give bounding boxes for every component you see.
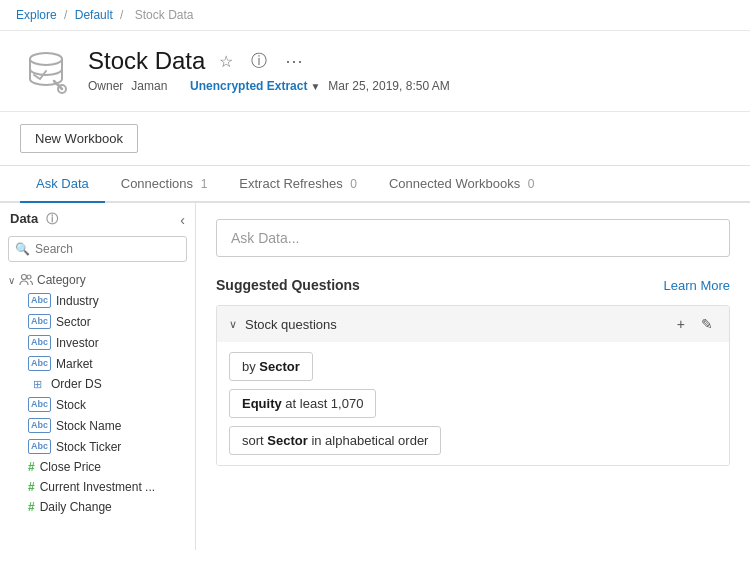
field-stock-name[interactable]: Abc Stock Name bbox=[0, 415, 195, 436]
field-market[interactable]: Abc Market bbox=[0, 353, 195, 374]
field-current-investment[interactable]: # Current Investment ... bbox=[0, 477, 195, 497]
field-name-industry: Industry bbox=[56, 294, 99, 308]
field-name-order-ds: Order DS bbox=[51, 377, 102, 391]
field-name-investor: Investor bbox=[56, 336, 99, 350]
abc-type-icon: Abc bbox=[28, 335, 51, 350]
abc-type-icon: Abc bbox=[28, 418, 51, 433]
accordion-body: by Sector Equity at least 1,070 sort Sec… bbox=[217, 342, 729, 465]
ask-data-input[interactable]: Ask Data... bbox=[216, 219, 730, 257]
abc-type-icon: Abc bbox=[28, 356, 51, 371]
accordion-chevron-icon: ∨ bbox=[229, 318, 237, 331]
stock-questions-accordion: ∨ Stock questions + ✎ by Sector Equity a… bbox=[216, 305, 730, 466]
extract-link[interactable]: Unencrypted Extract ▼ bbox=[190, 79, 320, 93]
category-chevron-icon: ∨ bbox=[8, 275, 15, 286]
field-name-market: Market bbox=[56, 357, 93, 371]
field-name-stock-name: Stock Name bbox=[56, 419, 121, 433]
breadcrumb-sep2: / bbox=[120, 8, 123, 22]
hash-type-icon: # bbox=[28, 480, 35, 494]
star-button[interactable]: ☆ bbox=[215, 50, 237, 73]
field-investor[interactable]: Abc Investor bbox=[0, 332, 195, 353]
suggested-questions-title: Suggested Questions bbox=[216, 277, 360, 293]
header-text-area: Stock Data ☆ ⓘ ··· Owner Jaman Unencrypt… bbox=[88, 47, 730, 93]
owner-label: Owner bbox=[88, 79, 123, 93]
suggested-questions-header: Suggested Questions Learn More bbox=[216, 277, 730, 293]
field-name-stock-ticker: Stock Ticker bbox=[56, 440, 121, 454]
abc-type-icon: Abc bbox=[28, 293, 51, 308]
field-sector[interactable]: Abc Sector bbox=[0, 311, 195, 332]
tab-connected-workbooks[interactable]: Connected Workbooks 0 bbox=[373, 166, 551, 203]
hash-type-icon: # bbox=[28, 460, 35, 474]
learn-more-link[interactable]: Learn More bbox=[664, 278, 730, 293]
collapse-panel-button[interactable]: ‹ bbox=[180, 212, 185, 228]
extract-refreshes-badge: 0 bbox=[350, 177, 357, 191]
field-daily-change[interactable]: # Daily Change bbox=[0, 497, 195, 517]
question-chip-by-sector[interactable]: by Sector bbox=[229, 352, 313, 381]
field-industry[interactable]: Abc Industry bbox=[0, 290, 195, 311]
new-workbook-area: New Workbook bbox=[0, 112, 750, 166]
breadcrumb-sep1: / bbox=[64, 8, 67, 22]
field-name-sector: Sector bbox=[56, 315, 91, 329]
connections-badge: 1 bbox=[201, 177, 208, 191]
tab-bar: Ask Data Connections 1 Extract Refreshes… bbox=[0, 166, 750, 203]
extract-arrow-icon: ▼ bbox=[310, 81, 320, 92]
ask-data-placeholder: Ask Data... bbox=[231, 230, 299, 246]
field-stock[interactable]: Abc Stock bbox=[0, 394, 195, 415]
owner-name: Jaman bbox=[131, 79, 167, 93]
right-panel: Ask Data... Suggested Questions Learn Mo… bbox=[196, 203, 750, 550]
left-panel-title-area: Data ⓘ bbox=[10, 211, 58, 228]
search-box: 🔍 bbox=[8, 236, 187, 262]
page-title: Stock Data bbox=[88, 47, 205, 75]
header-title-row: Stock Data ☆ ⓘ ··· bbox=[88, 47, 730, 75]
main-content: Data ⓘ ‹ 🔍 ∨ Category Abc bbox=[0, 203, 750, 550]
connected-workbooks-badge: 0 bbox=[528, 177, 535, 191]
category-label: Category bbox=[37, 273, 86, 287]
accordion-edit-button[interactable]: ✎ bbox=[697, 314, 717, 334]
header-date: Mar 25, 2019, 8:50 AM bbox=[328, 79, 449, 93]
breadcrumb: Explore / Default / Stock Data bbox=[0, 0, 750, 31]
abc-type-icon: Abc bbox=[28, 314, 51, 329]
new-workbook-button[interactable]: New Workbook bbox=[20, 124, 138, 153]
people-icon bbox=[19, 273, 33, 287]
more-button[interactable]: ··· bbox=[281, 49, 307, 74]
field-order-ds[interactable]: ⊞ Order DS bbox=[0, 374, 195, 394]
field-name-daily-change: Daily Change bbox=[40, 500, 112, 514]
page-header: Stock Data ☆ ⓘ ··· Owner Jaman Unencrypt… bbox=[0, 31, 750, 112]
svg-point-3 bbox=[22, 275, 27, 280]
search-icon: 🔍 bbox=[15, 242, 30, 256]
tab-connections[interactable]: Connections 1 bbox=[105, 166, 224, 203]
accordion-actions: + ✎ bbox=[673, 314, 717, 334]
field-list: ∨ Category Abc Industry Abc Sector Abc bbox=[0, 268, 195, 550]
abc-type-icon: Abc bbox=[28, 397, 51, 412]
question-chip-equity[interactable]: Equity at least 1,070 bbox=[229, 389, 376, 418]
abc-type-icon: Abc bbox=[28, 439, 51, 454]
accordion-add-button[interactable]: + bbox=[673, 314, 689, 334]
header-meta: Owner Jaman Unencrypted Extract ▼ Mar 25… bbox=[88, 79, 730, 93]
svg-point-0 bbox=[30, 53, 62, 65]
breadcrumb-explore[interactable]: Explore bbox=[16, 8, 57, 22]
tab-ask-data[interactable]: Ask Data bbox=[20, 166, 105, 203]
breadcrumb-default[interactable]: Default bbox=[75, 8, 113, 22]
datasource-icon bbox=[20, 47, 72, 99]
tab-extract-refreshes[interactable]: Extract Refreshes 0 bbox=[223, 166, 373, 203]
accordion-title: Stock questions bbox=[245, 317, 337, 332]
field-name-current-investment: Current Investment ... bbox=[40, 480, 155, 494]
calendar-type-icon: ⊞ bbox=[28, 378, 46, 391]
extract-label: Unencrypted Extract bbox=[190, 79, 307, 93]
question-chip-sort-sector[interactable]: sort Sector in alphabetical order bbox=[229, 426, 441, 455]
category-group[interactable]: ∨ Category bbox=[0, 270, 195, 290]
left-panel-title: Data bbox=[10, 211, 38, 226]
accordion-header[interactable]: ∨ Stock questions + ✎ bbox=[217, 306, 729, 342]
field-name-close-price: Close Price bbox=[40, 460, 101, 474]
field-stock-ticker[interactable]: Abc Stock Ticker bbox=[0, 436, 195, 457]
field-name-stock: Stock bbox=[56, 398, 86, 412]
accordion-header-left: ∨ Stock questions bbox=[229, 317, 337, 332]
breadcrumb-current: Stock Data bbox=[135, 8, 194, 22]
info-button[interactable]: ⓘ bbox=[247, 49, 271, 74]
hash-type-icon: # bbox=[28, 500, 35, 514]
field-close-price[interactable]: # Close Price bbox=[0, 457, 195, 477]
search-input[interactable] bbox=[8, 236, 187, 262]
left-panel-header: Data ⓘ ‹ bbox=[0, 203, 195, 236]
data-info-icon[interactable]: ⓘ bbox=[46, 212, 58, 226]
left-panel: Data ⓘ ‹ 🔍 ∨ Category Abc bbox=[0, 203, 196, 550]
svg-point-4 bbox=[27, 275, 31, 279]
